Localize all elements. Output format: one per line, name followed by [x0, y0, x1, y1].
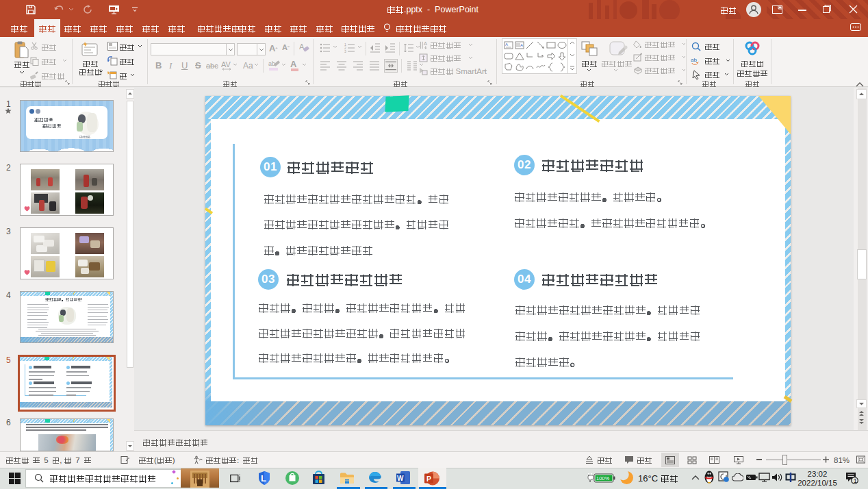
svg-text:P: P	[426, 475, 431, 483]
svg-text:3: 3	[344, 49, 346, 53]
svg-text:A: A	[520, 43, 523, 47]
svg-text:100%: 100%	[596, 475, 610, 481]
svg-text:ab: ab	[268, 60, 275, 67]
svg-text:A: A	[424, 40, 427, 47]
svg-text:ab: ab	[691, 57, 697, 63]
svg-text:L: L	[261, 473, 266, 484]
svg-text:1: 1	[854, 477, 857, 484]
svg-text:AV: AV	[221, 60, 231, 68]
svg-text:A: A	[505, 42, 508, 47]
svg-text:W: W	[397, 475, 404, 482]
